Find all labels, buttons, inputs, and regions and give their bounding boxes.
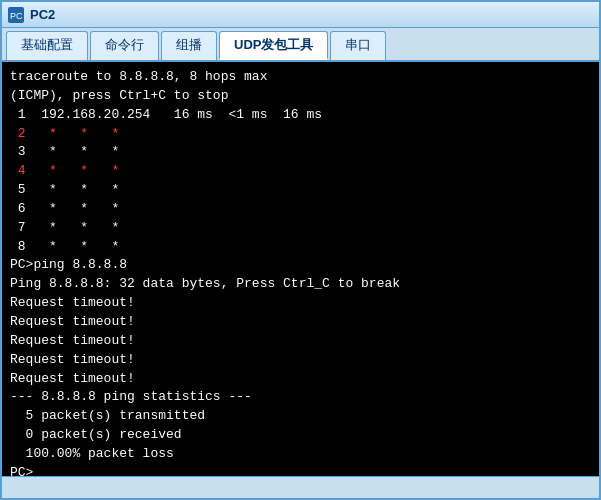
terminal-line: 6 * * * bbox=[10, 200, 591, 219]
window-title: PC2 bbox=[30, 7, 55, 22]
terminal-line: Request timeout! bbox=[10, 332, 591, 351]
terminal-line: Request timeout! bbox=[10, 313, 591, 332]
terminal-line: --- 8.8.8.8 ping statistics --- bbox=[10, 388, 591, 407]
terminal-line: 0 packet(s) received bbox=[10, 426, 591, 445]
tab-serial[interactable]: 串口 bbox=[330, 31, 386, 60]
terminal-line: 2 * * * bbox=[10, 125, 591, 144]
terminal-line: 7 * * * bbox=[10, 219, 591, 238]
terminal-line: 4 * * * bbox=[10, 162, 591, 181]
terminal-line: 5 packet(s) transmitted bbox=[10, 407, 591, 426]
terminal-line: PC> bbox=[10, 464, 591, 476]
terminal-line: 100.00% packet loss bbox=[10, 445, 591, 464]
terminal-line: Request timeout! bbox=[10, 351, 591, 370]
terminal-line: PC>ping 8.8.8.8 bbox=[10, 256, 591, 275]
terminal-line: Ping 8.8.8.8: 32 data bytes, Press Ctrl_… bbox=[10, 275, 591, 294]
terminal-line: Request timeout! bbox=[10, 370, 591, 389]
title-bar: PC PC2 bbox=[2, 2, 599, 28]
window-icon: PC bbox=[8, 7, 24, 23]
terminal-line: 3 * * * bbox=[10, 143, 591, 162]
terminal-output[interactable]: traceroute to 8.8.8.8, 8 hops max(ICMP),… bbox=[2, 62, 599, 476]
tab-bar: 基础配置命令行组播UDP发包工具串口 bbox=[2, 28, 599, 62]
tab-command[interactable]: 命令行 bbox=[90, 31, 159, 60]
terminal-line: Request timeout! bbox=[10, 294, 591, 313]
tab-basic[interactable]: 基础配置 bbox=[6, 31, 88, 60]
tab-udp[interactable]: UDP发包工具 bbox=[219, 31, 328, 60]
svg-text:PC: PC bbox=[10, 11, 23, 21]
terminal-line: 5 * * * bbox=[10, 181, 591, 200]
terminal-line: 1 192.168.20.254 16 ms <1 ms 16 ms bbox=[10, 106, 591, 125]
main-window: PC PC2 基础配置命令行组播UDP发包工具串口 traceroute to … bbox=[0, 0, 601, 500]
terminal-line: traceroute to 8.8.8.8, 8 hops max bbox=[10, 68, 591, 87]
terminal-line: 8 * * * bbox=[10, 238, 591, 257]
bottom-bar bbox=[2, 476, 599, 498]
tab-multicast[interactable]: 组播 bbox=[161, 31, 217, 60]
terminal-line: (ICMP), press Ctrl+C to stop bbox=[10, 87, 591, 106]
